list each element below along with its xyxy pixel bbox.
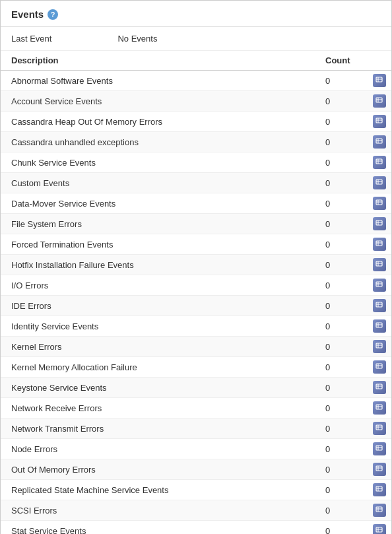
table-row: Custom Events0 <box>1 173 391 193</box>
last-event-label: Last Event <box>11 34 51 44</box>
action-cell <box>368 500 391 521</box>
action-cell <box>368 152 391 173</box>
description-cell: Kernel Memory Allocation Failure <box>1 357 315 378</box>
last-event-value: No Events <box>117 34 157 44</box>
row-action-button[interactable] <box>373 442 386 455</box>
count-cell: 0 <box>315 152 368 173</box>
row-action-button[interactable] <box>373 115 386 128</box>
row-action-button[interactable] <box>373 401 386 415</box>
count-cell: 0 <box>315 337 368 357</box>
row-action-button[interactable] <box>373 74 386 87</box>
table-row: Kernel Errors0 <box>1 337 391 357</box>
action-cell <box>368 418 391 439</box>
row-action-button[interactable] <box>373 94 386 108</box>
row-action-button[interactable] <box>373 238 386 251</box>
count-cell: 0 <box>315 296 368 316</box>
action-cell <box>368 275 391 296</box>
row-action-button[interactable] <box>373 340 386 353</box>
count-cell: 0 <box>315 480 368 500</box>
table-row: Node Errors0 <box>1 439 391 459</box>
action-cell <box>368 398 391 418</box>
count-cell: 0 <box>315 91 368 112</box>
table-row: Account Service Events0 <box>1 91 391 112</box>
action-cell <box>368 173 391 193</box>
count-cell: 0 <box>315 193 368 214</box>
action-cell <box>368 521 391 535</box>
table-row: I/O Errors0 <box>1 275 391 296</box>
count-cell: 0 <box>315 255 368 275</box>
table-row: Forced Termination Events0 <box>1 234 391 255</box>
description-cell: Replicated State Machine Service Events <box>1 480 315 500</box>
table-row: Stat Service Events0 <box>1 521 391 535</box>
count-cell: 0 <box>315 71 368 91</box>
action-cell <box>368 234 391 255</box>
description-cell: Hotfix Installation Failure Events <box>1 255 315 275</box>
description-cell: Data-Mover Service Events <box>1 193 315 214</box>
action-cell <box>368 337 391 357</box>
action-cell <box>368 357 391 378</box>
count-column-header: Count <box>315 51 368 71</box>
page-title: Events <box>11 9 44 20</box>
description-cell: Abnormal Software Events <box>1 71 315 91</box>
row-action-button[interactable] <box>373 135 386 149</box>
action-cell <box>368 316 391 337</box>
description-cell: Account Service Events <box>1 91 315 112</box>
action-cell <box>368 193 391 214</box>
table-row: Replicated State Machine Service Events0 <box>1 480 391 500</box>
table-row: Keystone Service Events0 <box>1 378 391 398</box>
help-icon[interactable]: ? <box>48 9 58 20</box>
table-row: Cassandra Heap Out Of Memory Errors0 <box>1 112 391 132</box>
row-action-button[interactable] <box>373 319 386 333</box>
action-cell <box>368 255 391 275</box>
description-cell: I/O Errors <box>1 275 315 296</box>
row-action-button[interactable] <box>373 176 386 189</box>
action-column-header <box>368 51 391 71</box>
row-action-button[interactable] <box>373 463 386 476</box>
action-cell <box>368 296 391 316</box>
description-cell: File System Errors <box>1 214 315 234</box>
count-cell: 0 <box>315 500 368 521</box>
description-cell: Identity Service Events <box>1 316 315 337</box>
row-action-button[interactable] <box>373 299 386 312</box>
row-action-button[interactable] <box>373 381 386 394</box>
table-row: Cassandra unhandled exceptions0 <box>1 132 391 152</box>
count-cell: 0 <box>315 357 368 378</box>
action-cell <box>368 214 391 234</box>
row-action-button[interactable] <box>373 483 386 496</box>
description-cell: Network Transmit Errors <box>1 418 315 439</box>
count-cell: 0 <box>315 439 368 459</box>
description-column-header: Description <box>1 51 315 71</box>
count-cell: 0 <box>315 112 368 132</box>
count-cell: 0 <box>315 275 368 296</box>
description-cell: Network Receive Errors <box>1 398 315 418</box>
table-row: Data-Mover Service Events0 <box>1 193 391 214</box>
table-row: Network Receive Errors0 <box>1 398 391 418</box>
page-header: Events ? <box>1 1 391 27</box>
action-cell <box>368 112 391 132</box>
page-container: Events ? Last Event No Events Descriptio… <box>0 0 392 534</box>
action-cell <box>368 91 391 112</box>
count-cell: 0 <box>315 132 368 152</box>
description-cell: Forced Termination Events <box>1 234 315 255</box>
count-cell: 0 <box>315 316 368 337</box>
count-cell: 0 <box>315 173 368 193</box>
row-action-button[interactable] <box>373 360 386 374</box>
count-cell: 0 <box>315 459 368 480</box>
row-action-button[interactable] <box>373 197 386 210</box>
table-row: IDE Errors0 <box>1 296 391 316</box>
description-cell: Out Of Memory Errors <box>1 459 315 480</box>
row-action-button[interactable] <box>373 258 386 271</box>
row-action-button[interactable] <box>373 279 386 292</box>
row-action-button[interactable] <box>373 422 386 435</box>
events-table: Description Count Abnormal Software Even… <box>1 51 391 534</box>
count-cell: 0 <box>315 234 368 255</box>
action-cell <box>368 459 391 480</box>
row-action-button[interactable] <box>373 504 386 517</box>
table-row: Identity Service Events0 <box>1 316 391 337</box>
description-cell: IDE Errors <box>1 296 315 316</box>
table-row: Out Of Memory Errors0 <box>1 459 391 480</box>
row-action-button[interactable] <box>373 156 386 169</box>
action-cell <box>368 439 391 459</box>
row-action-button[interactable] <box>373 524 386 534</box>
row-action-button[interactable] <box>373 217 386 230</box>
